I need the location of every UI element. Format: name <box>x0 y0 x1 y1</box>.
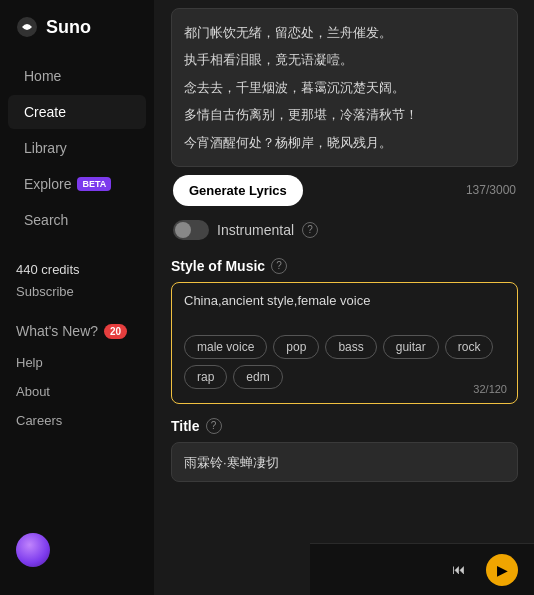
title-input-container <box>171 442 518 482</box>
sidebar-item-careers[interactable]: Careers <box>0 406 154 435</box>
toggle-knob <box>175 222 191 238</box>
skip-back-icon: ⏮ <box>452 562 465 577</box>
lyrics-char-count: 137/3000 <box>466 183 516 197</box>
style-section-title: Style of Music <box>171 258 265 274</box>
credits-display: 440 credits <box>16 262 138 277</box>
main-content: 都门帐饮无绪，留恋处，兰舟催发。 执手相看泪眼，竟无语凝噎。 念去去，千里烟波，… <box>155 0 534 595</box>
sidebar-item-create[interactable]: Create <box>8 95 146 129</box>
whats-new-badge: 20 <box>104 324 127 339</box>
sidebar-item-help[interactable]: Help <box>0 348 154 377</box>
whats-new-label: What's New? <box>16 323 98 339</box>
beta-badge: BETA <box>77 177 111 191</box>
title-input[interactable] <box>184 455 505 470</box>
tag-edm[interactable]: edm <box>233 365 282 389</box>
logo: Suno <box>0 16 154 58</box>
style-text-input[interactable]: China,ancient style,female voice <box>184 293 505 323</box>
title-section-header: Title ? <box>171 418 518 434</box>
generate-lyrics-button[interactable]: Generate Lyrics <box>173 175 303 206</box>
title-help-icon[interactable]: ? <box>206 418 222 434</box>
lyrics-line-3: 念去去，千里烟波，暮霭沉沉楚天阔。 <box>184 76 505 99</box>
title-section: Title ? <box>171 418 518 482</box>
style-help-icon[interactable]: ? <box>271 258 287 274</box>
player-bar: ⏮ ▶ <box>310 543 534 595</box>
lyrics-textarea-container: 都门帐饮无绪，留恋处，兰舟催发。 执手相看泪眼，竟无语凝噎。 念去去，千里烟波，… <box>171 8 518 167</box>
sidebar-item-library[interactable]: Library <box>8 131 146 165</box>
avatar[interactable] <box>16 533 50 567</box>
suno-logo-icon <box>16 16 38 38</box>
lyrics-line-4: 多情自古伤离别，更那堪，冷落清秋节！ <box>184 103 505 126</box>
whats-new-button[interactable]: What's New? 20 <box>0 314 154 348</box>
tag-male-voice[interactable]: male voice <box>184 335 267 359</box>
tag-rap[interactable]: rap <box>184 365 227 389</box>
instrumental-help-icon[interactable]: ? <box>302 222 318 238</box>
play-icon: ▶ <box>497 562 508 578</box>
explore-label: Explore <box>24 176 71 192</box>
sidebar-item-about[interactable]: About <box>0 377 154 406</box>
style-input-container[interactable]: China,ancient style,female voice male vo… <box>171 282 518 404</box>
sidebar-item-explore[interactable]: Explore BETA <box>8 167 146 201</box>
sidebar: Suno Home Create Library Explore BETA Se… <box>0 0 155 595</box>
lyrics-line-2: 执手相看泪眼，竟无语凝噎。 <box>184 48 505 71</box>
skip-back-button[interactable]: ⏮ <box>442 554 474 586</box>
style-tags-row: male voice pop bass guitar rock rap edm <box>184 335 505 393</box>
sidebar-item-search[interactable]: Search <box>8 203 146 237</box>
app-name: Suno <box>46 17 91 38</box>
sidebar-item-home[interactable]: Home <box>8 59 146 93</box>
tag-rock[interactable]: rock <box>445 335 494 359</box>
tag-bass[interactable]: bass <box>325 335 376 359</box>
avatar-image <box>16 533 50 567</box>
tag-pop[interactable]: pop <box>273 335 319 359</box>
instrumental-label: Instrumental <box>217 222 294 238</box>
lyrics-line-1: 都门帐饮无绪，留恋处，兰舟催发。 <box>184 21 505 44</box>
instrumental-toggle[interactable] <box>173 220 209 240</box>
lyrics-toolbar: Generate Lyrics 137/3000 <box>171 175 518 206</box>
tag-guitar[interactable]: guitar <box>383 335 439 359</box>
style-section-header: Style of Music ? <box>171 258 518 274</box>
style-char-count: 32/120 <box>473 383 507 395</box>
lyrics-line-5: 今宵酒醒何处？杨柳岸，晓风残月。 <box>184 131 505 154</box>
instrumental-row: Instrumental ? <box>171 220 518 240</box>
subscribe-button[interactable]: Subscribe <box>16 277 138 306</box>
title-label: Title <box>171 418 200 434</box>
play-button[interactable]: ▶ <box>486 554 518 586</box>
